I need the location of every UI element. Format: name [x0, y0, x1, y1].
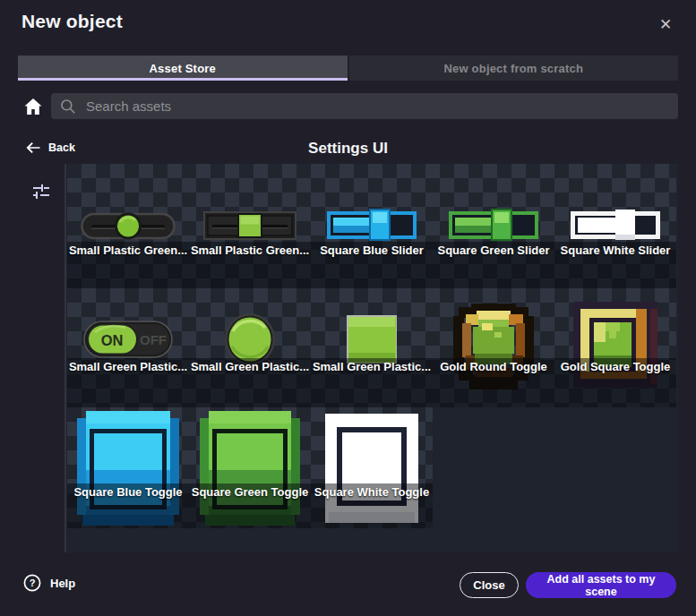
help-button[interactable]: ? Help	[23, 574, 75, 592]
square-green-slider-thumbnail	[449, 207, 538, 243]
asset-tile-square-blue-toggle[interactable]: Square Blue Toggle	[67, 407, 189, 528]
square-blue-slider-thumbnail	[327, 207, 417, 243]
search-icon	[60, 98, 76, 115]
square-green-button-thumbnail	[347, 315, 397, 364]
asset-label: Small Green Plastic...	[191, 359, 309, 374]
asset-tile-small-plastic-green-slider-flat[interactable]: Small Plastic Green...	[189, 164, 311, 288]
tab-asset-store[interactable]: Asset Store	[18, 56, 348, 81]
green-on-off-toggle-thumbnail: ON OFF	[83, 321, 173, 358]
square-white-slider-thumbnail	[571, 207, 660, 243]
asset-label: Gold Square Toggle	[561, 359, 671, 374]
back-label: Back	[48, 141, 75, 154]
asset-label: Small Plastic Green...	[69, 243, 187, 258]
svg-text:?: ?	[30, 578, 36, 588]
asset-tile-square-white-toggle[interactable]: Square White Toggle	[311, 407, 433, 528]
asset-tile-square-green-toggle[interactable]: Square Green Toggle	[189, 407, 311, 528]
page-title: New object	[21, 11, 123, 32]
asset-tile-square-white-slider[interactable]: Square White Slider	[554, 164, 676, 288]
tab-new-object-from-scratch[interactable]: New object from scratch	[349, 56, 679, 81]
asset-label: Small Green Plastic...	[313, 359, 431, 374]
back-button[interactable]: Back	[25, 141, 75, 155]
asset-tile-gold-round-toggle[interactable]: Gold Round Toggle	[433, 288, 554, 407]
add-all-assets-button[interactable]: Add all assets to my scene	[526, 572, 676, 598]
help-icon: ?	[23, 574, 41, 592]
flat-dark-green-slider-thumbnail	[203, 210, 296, 241]
toggle-off-text: OFF	[140, 332, 167, 347]
asset-label: Square Blue Slider	[320, 243, 424, 258]
asset-grid-row: ON OFF Small Green Plastic... Small Gree…	[67, 288, 676, 407]
asset-label: Small Green Plastic...	[69, 359, 187, 374]
asset-label: Square White Toggle	[314, 484, 429, 500]
help-label: Help	[50, 577, 75, 590]
asset-label: Square Green Toggle	[192, 484, 309, 500]
asset-tile-small-green-plastic-round-button[interactable]: Small Green Plastic...	[189, 288, 311, 407]
asset-label: Square Blue Toggle	[73, 484, 182, 500]
panel-divider	[64, 164, 66, 552]
asset-label: Square Green Slider	[438, 243, 550, 258]
asset-label: Small Plastic Green...	[191, 243, 309, 258]
round-green-slider-thumbnail	[81, 210, 176, 241]
asset-label: Square White Slider	[561, 243, 671, 258]
close-icon[interactable]: ✕	[655, 14, 676, 36]
home-icon[interactable]	[22, 96, 44, 117]
asset-tile-square-green-slider[interactable]: Square Green Slider	[433, 164, 554, 288]
asset-label: Gold Round Toggle	[440, 359, 547, 374]
asset-tile-small-green-plastic-square-button[interactable]: Small Green Plastic...	[311, 288, 433, 407]
asset-tile-small-plastic-green-slider-round[interactable]: Small Plastic Green...	[67, 164, 189, 288]
asset-tile-gold-square-toggle[interactable]: Gold Square Toggle	[554, 288, 676, 407]
section-title: Settings UI	[0, 140, 696, 158]
asset-tile-square-blue-slider[interactable]: Square Blue Slider	[311, 164, 433, 288]
search-bar	[51, 93, 678, 119]
asset-grid-row: Square Blue Toggle Square Green Toggle	[67, 407, 433, 528]
asset-tile-small-green-plastic-on-off[interactable]: ON OFF Small Green Plastic...	[67, 288, 189, 407]
toggle-on-text: ON	[101, 332, 124, 348]
filter-tune-icon[interactable]	[30, 181, 53, 204]
asset-grid-row: Small Plastic Green... Small Plastic Gre…	[67, 164, 676, 288]
close-button[interactable]: Close	[460, 572, 519, 598]
search-input[interactable]	[84, 98, 669, 115]
tab-bar: Asset Store New object from scratch	[18, 56, 678, 81]
arrow-left-icon	[25, 141, 41, 155]
